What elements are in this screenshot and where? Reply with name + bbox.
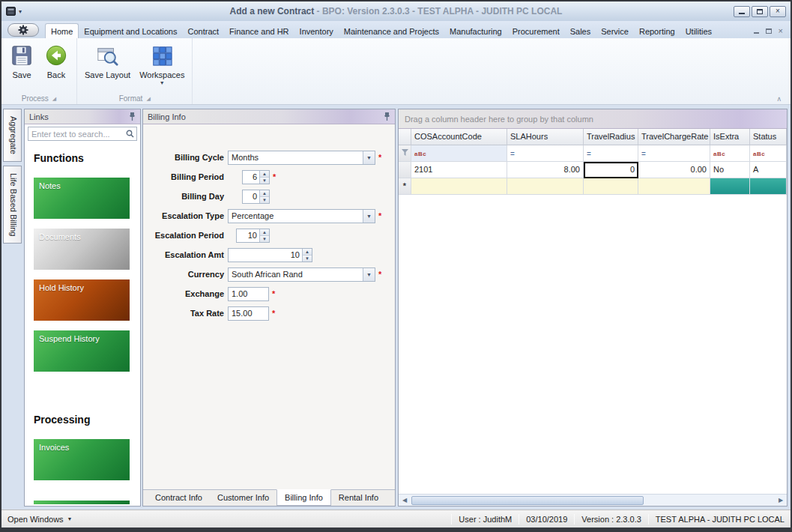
billing-day-input[interactable]: 0 ▲▼ <box>242 190 270 204</box>
dialog-launcher-icon[interactable]: ◢ <box>146 96 150 102</box>
filter-type-icon[interactable]: = <box>510 150 515 158</box>
tab-contract-info[interactable]: Contract Info <box>148 490 210 506</box>
spin-up-icon[interactable]: ▲ <box>260 171 269 178</box>
new-cell-cosaccountcode[interactable] <box>411 178 507 195</box>
group-by-bar[interactable]: Drag a column header here to group by th… <box>399 109 787 129</box>
ribbon-tab-service[interactable]: Service <box>596 24 634 38</box>
tab-billing-info[interactable]: Billing Info <box>276 489 331 506</box>
search-input[interactable] <box>28 130 123 139</box>
cell-travelchargerate[interactable]: 0.00 <box>638 162 710 178</box>
spin-down-icon[interactable]: ▼ <box>260 178 269 184</box>
escalation-period-input[interactable]: 10 ▲▼ <box>236 229 270 243</box>
ribbon-tab-sales[interactable]: Sales <box>565 24 596 38</box>
save-layout-button[interactable]: Save Layout <box>80 40 135 93</box>
billing-period-input[interactable]: 6 ▲▼ <box>242 170 270 184</box>
filter-cell-slahours[interactable]: = <box>507 145 584 162</box>
ribbon-tab-inventory[interactable]: Inventory <box>294 24 339 38</box>
ribbon-tab-equipment-and-locations[interactable]: Equipment and Locations <box>79 24 182 38</box>
filter-type-icon[interactable]: = <box>587 150 591 158</box>
link-button-suspend-history[interactable]: Suspend History <box>34 330 130 372</box>
tax-rate-input[interactable]: 15.00 <box>228 306 269 321</box>
ribbon-tab-home[interactable]: Home <box>45 23 79 38</box>
cell-travelradius-selected[interactable]: 0 <box>584 162 638 178</box>
filter-type-icon[interactable]: aBc <box>414 151 426 157</box>
billing-cycle-select[interactable]: Months ▼ <box>228 151 375 165</box>
filter-cell-travelchargerate[interactable]: = <box>638 145 710 162</box>
minimize-button[interactable] <box>734 6 750 17</box>
column-header-cosaccountcode[interactable]: COSAccountCode <box>411 129 507 145</box>
ribbon-tab-reporting[interactable]: Reporting <box>634 24 680 38</box>
tab-rental-info[interactable]: Rental Info <box>331 490 386 506</box>
spin-down-icon[interactable]: ▼ <box>303 256 312 262</box>
open-windows-button[interactable]: Open Windows ▼ <box>7 515 73 524</box>
ribbon-tab-contract[interactable]: Contract <box>183 24 225 38</box>
cell-cosaccountcode[interactable]: 2101 <box>411 162 507 178</box>
link-button-documents[interactable]: Documents <box>34 229 130 270</box>
mdi-restore-icon[interactable] <box>766 28 772 34</box>
ribbon-tab-manufacturing[interactable]: Manufacturing <box>444 24 507 38</box>
filter-type-icon[interactable]: = <box>641 150 646 158</box>
filter-type-icon[interactable]: aBc <box>713 151 725 157</box>
ribbon-tab-maintenance-and-projects[interactable]: Maintenance and Projects <box>339 24 444 38</box>
escalation-type-select[interactable]: Percentage ▼ <box>228 209 375 223</box>
column-header-status[interactable]: Status <box>750 129 787 145</box>
side-tab-aggregate[interactable]: Aggregate <box>3 109 22 162</box>
chevron-down-icon[interactable]: ▼ <box>363 268 375 281</box>
pin-icon[interactable] <box>129 112 136 121</box>
cell-slahours[interactable]: 8.00 <box>507 162 584 178</box>
link-button-hold-history[interactable]: Hold History <box>34 279 130 321</box>
back-button[interactable]: Back <box>39 40 73 93</box>
spin-up-icon[interactable]: ▲ <box>260 190 269 197</box>
mdi-minimize-icon[interactable] <box>754 32 759 34</box>
filter-type-icon[interactable]: aBc <box>753 151 765 157</box>
new-cell-travelradius[interactable] <box>584 178 638 195</box>
workspaces-button[interactable]: Workspaces ▼ <box>135 40 189 93</box>
ribbon-tab-finance-and-hr[interactable]: Finance and HR <box>224 24 294 38</box>
new-cell-status-mandatory[interactable] <box>750 178 787 195</box>
link-button-partial[interactable] <box>34 501 130 504</box>
dialog-launcher-icon[interactable]: ◢ <box>52 96 56 102</box>
application-button[interactable] <box>7 23 39 37</box>
scroll-right-icon[interactable]: ▶ <box>775 497 787 504</box>
filter-cell-travelradius[interactable]: = <box>584 145 638 162</box>
filter-cell-isextra[interactable]: aBc <box>710 145 750 162</box>
chevron-down-icon[interactable]: ▼ <box>363 151 375 164</box>
cell-isextra[interactable]: No <box>710 162 750 178</box>
close-button[interactable]: × <box>770 6 786 17</box>
scrollbar-thumb[interactable] <box>411 496 644 505</box>
maximize-button[interactable] <box>752 6 768 17</box>
horizontal-scrollbar[interactable]: ◀ ▶ <box>399 494 787 506</box>
side-tab-life-based-billing[interactable]: Life Based Billing <box>3 166 22 244</box>
tab-customer-info[interactable]: Customer Info <box>210 490 276 506</box>
new-cell-isextra-mandatory[interactable] <box>710 178 750 195</box>
column-header-travelchargerate[interactable]: TravelChargeRate <box>638 129 710 145</box>
spin-down-icon[interactable]: ▼ <box>260 236 269 242</box>
spin-up-icon[interactable]: ▲ <box>260 229 269 236</box>
window-icon <box>6 7 16 16</box>
column-header-isextra[interactable]: IsExtra <box>710 129 750 145</box>
new-cell-travelchargerate[interactable] <box>638 178 710 195</box>
exchange-input[interactable]: 1.00 <box>228 287 269 301</box>
link-button-notes[interactable]: Notes <box>34 178 130 219</box>
spin-down-icon[interactable]: ▼ <box>260 197 269 203</box>
ribbon-tab-utilities[interactable]: Utilities <box>680 24 717 38</box>
quick-access-caret-icon[interactable]: ▾ <box>19 8 22 15</box>
filter-cell-status[interactable]: aBc <box>750 145 787 162</box>
new-cell-slahours[interactable] <box>507 178 584 195</box>
column-header-slahours[interactable]: SLAHours <box>507 129 584 145</box>
scroll-left-icon[interactable]: ◀ <box>399 497 411 504</box>
collapse-ribbon-icon[interactable]: ∧ <box>776 95 782 103</box>
pin-icon[interactable] <box>384 112 390 121</box>
link-button-invoices[interactable]: Invoices <box>34 439 130 480</box>
spin-up-icon[interactable]: ▲ <box>303 249 312 256</box>
search-icon[interactable] <box>123 130 136 138</box>
currency-select[interactable]: South African Rand ▼ <box>228 267 375 282</box>
chevron-down-icon[interactable]: ▼ <box>363 210 375 223</box>
mdi-close-icon[interactable]: × <box>779 27 783 35</box>
cell-status[interactable]: A <box>750 162 787 178</box>
column-header-travelradius[interactable]: TravelRadius <box>584 129 638 145</box>
filter-cell-cosaccountcode[interactable]: aBc <box>411 145 507 162</box>
ribbon-tab-procurement[interactable]: Procurement <box>507 24 565 38</box>
escalation-amt-input[interactable]: 10 ▲▼ <box>228 248 312 262</box>
save-button[interactable]: Save <box>4 40 39 93</box>
